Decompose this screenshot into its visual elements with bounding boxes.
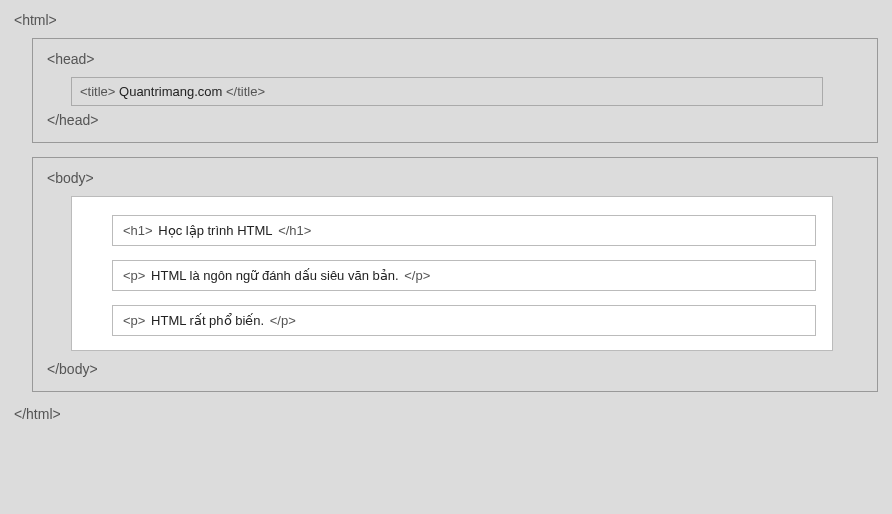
title-element: <title> Quantrimang.com </title> [71, 77, 823, 106]
p1-text: HTML là ngôn ngữ đánh dấu siêu văn bản. [149, 268, 401, 283]
body-open-tag: <body> [47, 170, 863, 186]
head-close-tag: </head> [47, 112, 863, 128]
body-content-area: <h1> Học lập trình HTML </h1> <p> HTML l… [71, 196, 833, 351]
p2-text: HTML rất phổ biến. [149, 313, 266, 328]
h1-close-tag: </h1> [278, 223, 311, 238]
p2-open-tag: <p> [123, 313, 145, 328]
title-close-tag: </title> [226, 84, 265, 99]
p1-element: <p> HTML là ngôn ngữ đánh dấu siêu văn b… [112, 260, 816, 291]
html-close-tag: </html> [14, 406, 878, 422]
head-section: <head> <title> Quantrimang.com </title> … [32, 38, 878, 143]
head-open-tag: <head> [47, 51, 863, 67]
p1-close-tag: </p> [404, 268, 430, 283]
body-close-tag: </body> [47, 361, 863, 377]
h1-element: <h1> Học lập trình HTML </h1> [112, 215, 816, 246]
p2-element: <p> HTML rất phổ biến. </p> [112, 305, 816, 336]
p2-close-tag: </p> [270, 313, 296, 328]
body-section: <body> <h1> Học lập trình HTML </h1> <p>… [32, 157, 878, 392]
title-text: Quantrimang.com [119, 84, 222, 99]
html-open-tag: <html> [14, 12, 878, 28]
p1-open-tag: <p> [123, 268, 145, 283]
h1-open-tag: <h1> [123, 223, 153, 238]
h1-text: Học lập trình HTML [156, 223, 274, 238]
title-open-tag: <title> [80, 84, 115, 99]
